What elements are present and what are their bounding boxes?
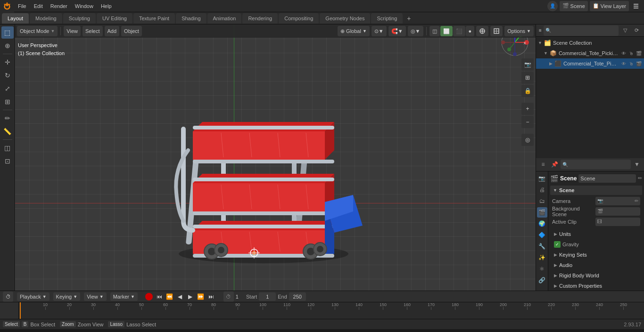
scene-name-field[interactable]: Scene [578, 174, 636, 183]
outliner-item-1[interactable]: ▶ ⬛ Commercial_Tote_Picking 👁 🖱 🎬 [536, 58, 644, 69]
scene-selector[interactable]: 🎬 Scene [560, 1, 588, 11]
marker-menu[interactable]: Marker ▼ [110, 292, 138, 301]
tool-select[interactable]: ⬚ [1, 26, 14, 39]
props-menu-icon[interactable]: ≡ [538, 159, 548, 170]
prop-icon-viewlayer[interactable]: 🗂 [537, 196, 547, 206]
jump-start-btn[interactable]: ⏮ [155, 292, 164, 301]
proportional-edit[interactable]: ◎▼ [408, 26, 423, 36]
shading-rendered[interactable]: ● [466, 26, 475, 36]
prop-icon-physics[interactable]: ⚛ [537, 264, 547, 274]
snap-selector[interactable]: 🧲▼ [388, 26, 406, 36]
playhead[interactable] [20, 302, 21, 319]
scene-add-btn[interactable] [631, 1, 641, 11]
menu-window[interactable]: Window [71, 0, 97, 12]
tool-move[interactable]: ✛ [1, 56, 14, 68]
prop-icon-object[interactable]: 🔷 [537, 230, 547, 240]
start-value-input[interactable]: 1 [259, 292, 276, 301]
add-workspace-btn[interactable]: + [404, 13, 414, 24]
active-clip-value[interactable]: 🎞 [595, 218, 641, 226]
prev-keyframe-btn[interactable]: ⏪ [165, 292, 174, 301]
viewport-add-menu[interactable]: Add [105, 26, 120, 36]
region-toggle-btn[interactable]: ⊞ [521, 72, 534, 84]
camera-view-btn[interactable]: 📷 [521, 58, 534, 71]
tab-modeling[interactable]: Modeling [30, 13, 62, 24]
viewport-select-menu[interactable]: Select [83, 26, 103, 36]
shading-solid[interactable]: ⬜ [440, 26, 453, 36]
prop-icon-modifier[interactable]: 🔧 [537, 241, 547, 251]
tool-rotate[interactable]: ↻ [1, 69, 14, 81]
rigid-body-section[interactable]: ▶ Rigid Body World [550, 270, 642, 281]
units-section[interactable]: ▶ Units [550, 229, 642, 239]
tab-sculpting[interactable]: Sculpting [63, 13, 96, 24]
tab-texture-paint[interactable]: Texture Paint [133, 13, 175, 24]
transform-selector[interactable]: ⊕ Global ▼ [338, 26, 370, 36]
tab-animation[interactable]: Animation [207, 13, 242, 24]
tool-annotate[interactable]: ✏ [1, 112, 14, 124]
view-layer-selector[interactable]: 📋 View Layer [590, 1, 629, 11]
item-render-0[interactable]: 🎬 [636, 50, 642, 57]
user-avatar[interactable]: 👤 [547, 1, 558, 11]
tab-rendering[interactable]: Rendering [242, 13, 278, 24]
jump-end-btn[interactable]: ⏭ [206, 292, 216, 301]
keying-sets-section[interactable]: ▶ Keying Sets [550, 250, 642, 260]
end-value-input[interactable]: 250 [289, 292, 306, 301]
menu-file[interactable]: File [14, 0, 30, 12]
local-view-btn[interactable]: ◎ [521, 134, 534, 146]
view-menu[interactable]: View ▼ [84, 292, 107, 301]
shading-material[interactable]: ⬛ [453, 26, 465, 36]
prop-icon-constraints[interactable]: 🔗 [537, 275, 547, 285]
outliner-item-0[interactable]: ▼ 📦 Commercial_Tote_Picking_Ca 👁 🖱 🎬 [536, 48, 644, 58]
menu-edit[interactable]: Edit [30, 0, 47, 12]
outliner-filter-btn[interactable]: ▽ [620, 26, 630, 35]
props-options-icon[interactable]: ▼ [632, 159, 642, 170]
prop-icon-scene[interactable]: 🎬 [537, 207, 547, 218]
props-pin-icon[interactable]: 📌 [549, 159, 560, 170]
tab-shading[interactable]: Shading [176, 13, 206, 24]
camera-edit-icon[interactable]: ✏ [635, 198, 638, 203]
viewport-object-menu[interactable]: Object [121, 26, 142, 36]
item-visibility-0[interactable]: 👁 [620, 50, 627, 57]
viewport-gizmo-btn[interactable] [490, 26, 503, 36]
tool-transform[interactable]: ⊞ [1, 96, 14, 108]
options-btn[interactable]: Options ▼ [504, 26, 534, 36]
tool-add-cube[interactable]: ◫ [1, 142, 14, 154]
shading-wireframe[interactable]: ◫ [429, 26, 440, 36]
viewport-overlays-btn[interactable] [476, 26, 488, 36]
item-visibility-1[interactable]: 👁 [620, 60, 627, 67]
tool-add-empty[interactable]: ⊡ [1, 155, 14, 167]
prop-icon-output[interactable]: 🖨 [537, 185, 547, 195]
prop-icon-world[interactable]: 🌍 [537, 219, 547, 229]
object-mode-selector[interactable]: Object Mode ▼ [17, 26, 58, 36]
timeline-ruler[interactable]: 1020304050607080901001101201301401501601… [0, 302, 644, 319]
item-select-0[interactable]: 🖱 [628, 50, 635, 57]
timeline-mode-btn[interactable]: ⏱ [3, 292, 13, 302]
tab-compositing[interactable]: Compositing [279, 13, 319, 24]
record-btn[interactable] [145, 293, 153, 300]
tab-geometry-nodes[interactable]: Geometry Nodes [320, 13, 370, 24]
zoom-out-btn[interactable]: − [521, 116, 534, 128]
outliner-search[interactable]: 🔍 [544, 25, 619, 36]
scene-section-header[interactable]: ▼ Scene [550, 186, 642, 195]
scene-edit-btn[interactable]: ✏ [638, 175, 642, 181]
camera-value[interactable]: 📷 ✏ [595, 197, 641, 205]
audio-section[interactable]: ▶ Audio [550, 260, 642, 270]
viewport-3d[interactable]: Object Mode ▼ View Select Add Object ⊕ G… [15, 24, 536, 291]
play-reverse-btn[interactable]: ◀ [175, 292, 185, 301]
prop-icon-render[interactable]: 📷 [537, 173, 547, 184]
zoom-in-btn[interactable]: + [521, 103, 534, 115]
next-keyframe-btn[interactable]: ⏩ [196, 292, 206, 301]
tool-cursor[interactable]: ⊕ [1, 40, 14, 52]
tab-layout[interactable]: Layout [2, 13, 29, 24]
play-btn[interactable]: ▶ [186, 292, 195, 301]
background-scene-value[interactable]: 🎬 [595, 207, 641, 216]
tool-scale[interactable]: ⤢ [1, 82, 14, 95]
menu-render[interactable]: Render [47, 0, 71, 12]
gravity-checkbox[interactable]: ✓ [554, 241, 561, 248]
outliner-sync-btn[interactable]: ⟳ [632, 26, 641, 35]
blender-logo[interactable] [0, 0, 14, 12]
clock-icon[interactable]: ⏱ [223, 292, 234, 302]
lock-camera-btn[interactable]: 🔒 [521, 85, 534, 97]
prop-icon-particles[interactable]: ✨ [537, 252, 547, 263]
item-select-1[interactable]: 🖱 [628, 60, 635, 67]
keying-menu[interactable]: Keying ▼ [53, 292, 81, 301]
